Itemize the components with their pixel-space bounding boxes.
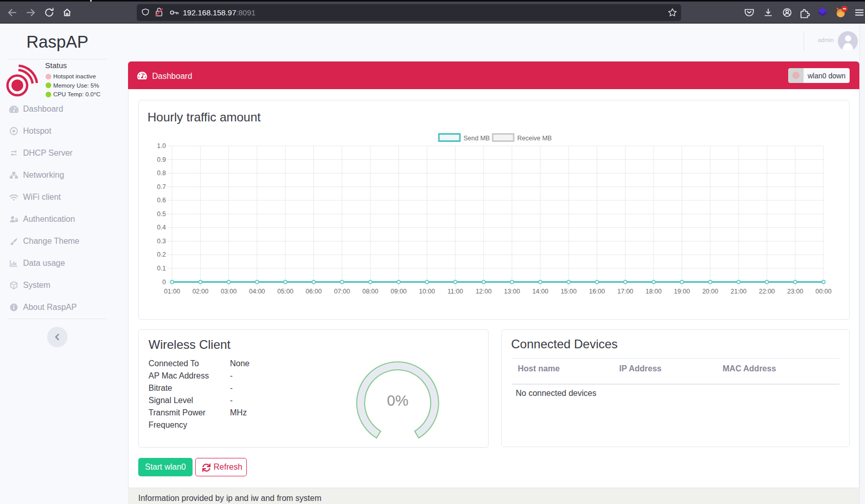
svg-text:0.4: 0.4 <box>157 224 166 231</box>
svg-text:16:00: 16:00 <box>589 288 605 295</box>
svg-text:12:00: 12:00 <box>476 288 492 295</box>
svg-text:05:00: 05:00 <box>278 288 293 295</box>
svg-text:0.5: 0.5 <box>157 211 166 218</box>
svg-text:0.7: 0.7 <box>157 183 166 191</box>
svg-text:22:00: 22:00 <box>759 288 775 295</box>
svg-text:0.1: 0.1 <box>157 265 166 272</box>
svg-text:00:00: 00:00 <box>815 288 831 295</box>
svg-text:18:00: 18:00 <box>646 288 662 295</box>
svg-text:06:00: 06:00 <box>306 288 322 295</box>
svg-text:0.2: 0.2 <box>157 251 166 258</box>
svg-text:Send MB: Send MB <box>463 135 490 142</box>
svg-text:09:00: 09:00 <box>391 288 407 295</box>
svg-text:17:00: 17:00 <box>617 288 633 295</box>
svg-text:0%: 0% <box>387 392 409 409</box>
svg-text:1.0: 1.0 <box>157 142 166 150</box>
svg-text:02:00: 02:00 <box>193 288 208 295</box>
svg-text:04:00: 04:00 <box>249 288 265 295</box>
svg-text:15:00: 15:00 <box>561 288 577 295</box>
svg-text:13:00: 13:00 <box>504 288 520 295</box>
svg-text:0.3: 0.3 <box>157 238 166 245</box>
svg-text:08:00: 08:00 <box>362 288 378 295</box>
svg-text:20:00: 20:00 <box>702 288 718 295</box>
svg-text:23:00: 23:00 <box>787 288 803 295</box>
svg-text:11:00: 11:00 <box>448 288 463 295</box>
svg-text:19:00: 19:00 <box>674 288 690 295</box>
svg-text:192.168.158.97:8091: 192.168.158.97:8091 <box>183 8 256 17</box>
svg-text:0.8: 0.8 <box>157 170 166 177</box>
svg-text:07:00: 07:00 <box>334 288 350 295</box>
svg-text:03:00: 03:00 <box>221 288 237 295</box>
svg-text:01:00: 01:00 <box>164 288 180 295</box>
svg-text:21:00: 21:00 <box>730 288 746 295</box>
svg-text:0: 0 <box>162 279 166 286</box>
svg-text:14:00: 14:00 <box>532 288 548 295</box>
svg-text:Receive MB: Receive MB <box>517 135 552 142</box>
svg-text:0.6: 0.6 <box>157 197 166 204</box>
svg-text:10:00: 10:00 <box>419 288 435 295</box>
svg-text:0.9: 0.9 <box>157 156 166 163</box>
